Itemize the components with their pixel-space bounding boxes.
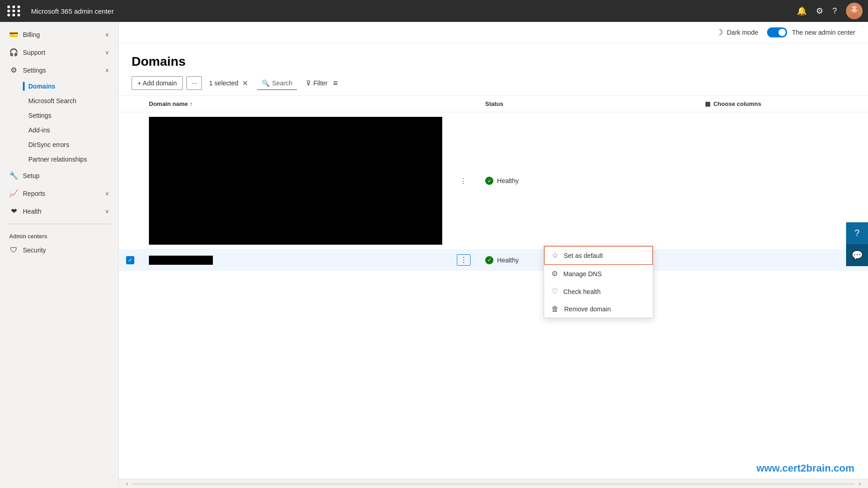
table-row: ✓ ⋮ ✓ Healthy bbox=[119, 250, 868, 271]
scroll-right-arrow[interactable]: › bbox=[859, 481, 861, 487]
table-header-choose-columns[interactable]: ▦ Choose columns bbox=[698, 96, 868, 112]
row1-status-label: Healthy bbox=[497, 177, 519, 184]
add-ins-label: Add-ins bbox=[28, 126, 113, 134]
settings-icon[interactable]: ⚙ bbox=[816, 6, 823, 16]
sidebar-item-domains[interactable]: Domains bbox=[23, 79, 118, 94]
domains-toolbar: + Add domain ··· 1 selected ✕ 🔍 Search ⊽… bbox=[119, 76, 868, 96]
avatar[interactable] bbox=[846, 3, 863, 19]
row2-more-button[interactable]: ⋮ bbox=[457, 254, 471, 266]
domains-table: Domain name ↑ Status ▦ Choose columns bbox=[119, 96, 868, 271]
filter-label: Filter bbox=[313, 79, 328, 87]
reports-label: Reports bbox=[23, 190, 101, 197]
row2-domain[interactable] bbox=[142, 250, 450, 271]
row1-more-button[interactable]: ⋮ bbox=[457, 176, 470, 186]
sidebar-item-add-ins[interactable]: Add-ins bbox=[23, 123, 118, 137]
sort-icon[interactable]: ≡ bbox=[333, 79, 338, 88]
sidebar-item-microsoft-search[interactable]: Microsoft Search bbox=[23, 94, 118, 108]
content-topbar: ☽ Dark mode The new admin center bbox=[119, 22, 868, 43]
scroll-left-arrow[interactable]: ‹ bbox=[126, 481, 128, 487]
remove-domain-label: Remove domain bbox=[564, 305, 611, 313]
row1-domain[interactable] bbox=[142, 112, 450, 250]
scroll-track bbox=[132, 483, 855, 485]
table-header-domain-name[interactable]: Domain name ↑ bbox=[142, 96, 450, 112]
context-menu-manage-dns[interactable]: ⚙ Manage DNS bbox=[544, 265, 653, 283]
table-row: ⋮ ✓ Healthy bbox=[119, 112, 868, 250]
row2-check[interactable]: ✓ bbox=[119, 250, 142, 271]
help-icon[interactable]: ? bbox=[832, 6, 837, 16]
chevron-down-icon: ∨ bbox=[105, 190, 109, 197]
sidebar-item-reports[interactable]: 📈 Reports ∨ bbox=[0, 184, 118, 202]
new-admin-center-label: The new admin center bbox=[792, 29, 855, 36]
microsoft-search-label: Microsoft Search bbox=[28, 97, 113, 105]
chevron-down-icon: ∨ bbox=[105, 49, 109, 56]
support-icon: 🎧 bbox=[9, 48, 18, 57]
dirsync-errors-label: DirSync errors bbox=[28, 141, 113, 148]
chevron-down-icon: ∨ bbox=[105, 31, 109, 38]
healthy-icon: ✓ bbox=[485, 177, 493, 185]
redacted-domain-name bbox=[149, 256, 213, 265]
search-label: Search bbox=[272, 79, 292, 87]
new-admin-center-toggle[interactable] bbox=[767, 27, 787, 37]
fab-help-button[interactable]: ? bbox=[846, 222, 868, 244]
row2-empty bbox=[698, 250, 868, 271]
row2-actions[interactable]: ⋮ bbox=[450, 250, 478, 271]
sidebar-item-dirsync-errors[interactable]: DirSync errors bbox=[23, 137, 118, 152]
settings-submenu: Domains Microsoft Search Settings Add-in… bbox=[0, 79, 118, 167]
choose-columns-icon: ▦ bbox=[705, 100, 710, 107]
domains-label: Domains bbox=[28, 83, 113, 90]
redacted-domain-block bbox=[149, 117, 442, 245]
settings-icon: ⚙ bbox=[9, 66, 18, 74]
set-as-default-label: Set as default bbox=[564, 252, 603, 259]
row1-status: ✓ Healthy bbox=[478, 112, 698, 250]
search-icon: 🔍 bbox=[262, 79, 270, 87]
check-health-label: Check health bbox=[563, 288, 601, 295]
row2-checkbox[interactable]: ✓ bbox=[126, 256, 134, 264]
right-fab-area: ? 💬 bbox=[846, 222, 868, 266]
more-actions-button[interactable]: ··· bbox=[186, 76, 202, 90]
billing-label: Billing bbox=[23, 31, 101, 38]
manage-dns-label: Manage DNS bbox=[563, 270, 602, 278]
setup-icon: 🔧 bbox=[9, 171, 18, 180]
sidebar-item-security[interactable]: 🛡 Security bbox=[0, 241, 118, 259]
clear-selection-button[interactable]: ✕ bbox=[242, 79, 248, 88]
selected-indicator: 1 selected ✕ bbox=[209, 79, 248, 88]
row1-check bbox=[119, 112, 142, 250]
context-menu-remove-domain[interactable]: 🗑 Remove domain bbox=[544, 300, 653, 318]
choose-columns-label: Choose columns bbox=[713, 100, 761, 107]
search-button[interactable]: 🔍 Search bbox=[257, 77, 297, 90]
setup-label: Setup bbox=[23, 172, 109, 179]
table-header-check bbox=[119, 96, 142, 112]
main-layout: 💳 Billing ∨ 🎧 Support ∨ ⚙ Settings ∧ Dom… bbox=[0, 22, 868, 488]
dark-mode-area: ☽ Dark mode bbox=[716, 27, 758, 37]
admin-centers-heading: Admin centers bbox=[0, 228, 118, 241]
watermark: www.cert2brain.com bbox=[757, 462, 854, 474]
new-admin-center-area: The new admin center bbox=[767, 27, 855, 37]
chevron-up-icon: ∧ bbox=[105, 67, 109, 73]
selected-text: 1 selected bbox=[209, 79, 238, 87]
context-menu-set-default[interactable]: ☆ Set as default bbox=[544, 246, 653, 265]
domain-name-col-label: Domain name bbox=[149, 100, 188, 107]
heart-icon: ♡ bbox=[551, 287, 558, 296]
security-label: Security bbox=[23, 247, 109, 254]
health-label: Health bbox=[23, 208, 101, 215]
sidebar-item-setup[interactable]: 🔧 Setup bbox=[0, 167, 118, 184]
support-label: Support bbox=[23, 49, 101, 56]
context-menu-check-health[interactable]: ♡ Check health bbox=[544, 283, 653, 300]
context-menu: ☆ Set as default ⚙ Manage DNS ♡ Check he… bbox=[544, 246, 653, 318]
fab-chat-button[interactable]: 💬 bbox=[846, 244, 868, 266]
sidebar-item-billing[interactable]: 💳 Billing ∨ bbox=[0, 26, 118, 43]
sidebar-item-support[interactable]: 🎧 Support ∨ bbox=[0, 43, 118, 61]
bell-icon[interactable]: 🔔 bbox=[797, 6, 807, 16]
apps-grid[interactable] bbox=[5, 4, 23, 18]
row2-status-label: Healthy bbox=[497, 257, 519, 264]
sidebar-item-settings-sub[interactable]: Settings bbox=[23, 108, 118, 123]
horizontal-scrollbar[interactable]: ‹ › bbox=[119, 479, 868, 488]
add-domain-button[interactable]: + Add domain bbox=[132, 76, 183, 90]
svg-point-3 bbox=[851, 8, 853, 10]
row1-actions[interactable]: ⋮ bbox=[450, 112, 478, 250]
sort-asc-icon: ↑ bbox=[190, 100, 193, 107]
sidebar-item-settings[interactable]: ⚙ Settings ∧ bbox=[0, 61, 118, 79]
sidebar-item-health[interactable]: ❤ Health ∨ bbox=[0, 202, 118, 220]
filter-button[interactable]: ⊽ Filter bbox=[306, 79, 328, 87]
sidebar-item-partner-relationships[interactable]: Partner relationships bbox=[23, 152, 118, 167]
